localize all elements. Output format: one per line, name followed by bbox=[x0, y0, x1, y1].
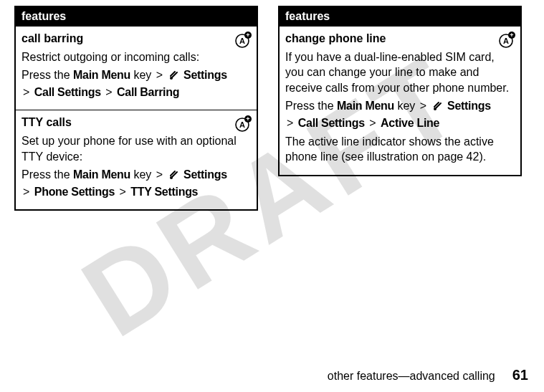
svg-point-14 bbox=[434, 107, 436, 110]
chevron-right-icon: > bbox=[156, 168, 163, 181]
path-label: Phone Settings bbox=[34, 186, 115, 198]
svg-text:A: A bbox=[239, 37, 245, 45]
instr-text: Press the bbox=[285, 100, 337, 112]
feature-instruction: Press the Main Menu key > Settings > Cal… bbox=[285, 98, 515, 130]
feature-desc: If you have a dual-line-enabled SIM card… bbox=[285, 49, 515, 96]
svg-point-4 bbox=[170, 77, 173, 80]
settings-tool-icon bbox=[169, 168, 179, 184]
feature-desc: Restrict outgoing or incoming calls: bbox=[22, 49, 251, 65]
svg-text:A: A bbox=[239, 120, 245, 129]
feature-title: change phone line bbox=[285, 31, 515, 47]
feature-title: TTY calls bbox=[22, 115, 251, 130]
main-menu-label: Main Menu bbox=[337, 100, 394, 112]
path-label: Call Settings bbox=[298, 117, 365, 129]
chevron-right-icon: > bbox=[23, 186, 29, 198]
svg-text:+: + bbox=[246, 115, 249, 123]
settings-label: Settings bbox=[447, 100, 491, 112]
settings-label: Settings bbox=[183, 69, 227, 81]
feature-cell-tty-calls: A+ TTY calls Set up your phone for use w… bbox=[15, 110, 257, 210]
feature-desc: Set up your phone for use with an option… bbox=[22, 133, 251, 164]
instr-text: key bbox=[394, 100, 419, 112]
instr-text: Press the bbox=[22, 168, 73, 181]
path-label: Active Line bbox=[381, 117, 439, 129]
table-row: A+ change phone line If you have a dual-… bbox=[279, 27, 521, 176]
table-header-row: features bbox=[15, 6, 257, 27]
feature-note: The active line indicator shows the acti… bbox=[285, 134, 515, 165]
feature-cell-call-barring: A+ call barring Restrict outgoing or inc… bbox=[15, 27, 257, 110]
chevron-right-icon: > bbox=[369, 117, 376, 129]
feature-cell-change-line: A+ change phone line If you have a dual-… bbox=[279, 27, 521, 176]
svg-point-9 bbox=[170, 176, 173, 179]
feature-instruction: Press the Main Menu key > Settings > Cal… bbox=[22, 67, 251, 100]
chevron-right-icon: > bbox=[105, 86, 112, 98]
chevron-right-icon: > bbox=[287, 117, 293, 129]
table-header-cell: features bbox=[15, 6, 257, 27]
content-columns: features A+ call barring Restrict outgoi… bbox=[14, 0, 530, 211]
carrier-feature-icon: A+ bbox=[232, 31, 252, 52]
page-root: DRAFT features A+ call barring Restrict … bbox=[0, 0, 544, 392]
main-menu-label: Main Menu bbox=[73, 168, 130, 181]
svg-text:A: A bbox=[503, 37, 509, 45]
chevron-right-icon: > bbox=[156, 69, 163, 81]
page-footer: other features—advanced calling 61 bbox=[328, 367, 528, 383]
table-row: A+ call barring Restrict outgoing or inc… bbox=[15, 27, 257, 110]
features-table-right: features A+ change phone line If you hav… bbox=[278, 6, 522, 176]
chevron-right-icon: > bbox=[23, 86, 29, 98]
settings-tool-icon bbox=[169, 69, 179, 85]
carrier-feature-icon: A+ bbox=[496, 31, 516, 52]
svg-text:+: + bbox=[510, 32, 513, 39]
instr-text: key bbox=[130, 168, 155, 181]
path-label: TTY Settings bbox=[130, 186, 198, 198]
instr-text: key bbox=[130, 69, 155, 81]
carrier-feature-icon: A+ bbox=[232, 115, 252, 136]
settings-label: Settings bbox=[183, 168, 227, 181]
features-table-left: features A+ call barring Restrict outgoi… bbox=[14, 6, 258, 211]
svg-text:+: + bbox=[246, 32, 249, 39]
chevron-right-icon: > bbox=[120, 186, 126, 198]
chevron-right-icon: > bbox=[420, 100, 426, 112]
path-label: Call Barring bbox=[117, 86, 179, 98]
main-menu-label: Main Menu bbox=[73, 69, 130, 81]
table-row: A+ TTY calls Set up your phone for use w… bbox=[15, 110, 257, 210]
table-header-row: features bbox=[279, 6, 521, 27]
right-column: features A+ change phone line If you hav… bbox=[278, 6, 522, 211]
footer-section-label: other features—advanced calling bbox=[328, 370, 495, 383]
left-column: features A+ call barring Restrict outgoi… bbox=[14, 6, 258, 211]
instr-text: Press the bbox=[22, 69, 73, 81]
settings-tool-icon bbox=[433, 100, 443, 115]
path-label: Call Settings bbox=[34, 86, 101, 98]
page-number: 61 bbox=[512, 367, 528, 383]
feature-title: call barring bbox=[22, 31, 251, 47]
feature-instruction: Press the Main Menu key > Settings > Pho… bbox=[22, 167, 251, 199]
table-header-cell: features bbox=[279, 6, 521, 27]
